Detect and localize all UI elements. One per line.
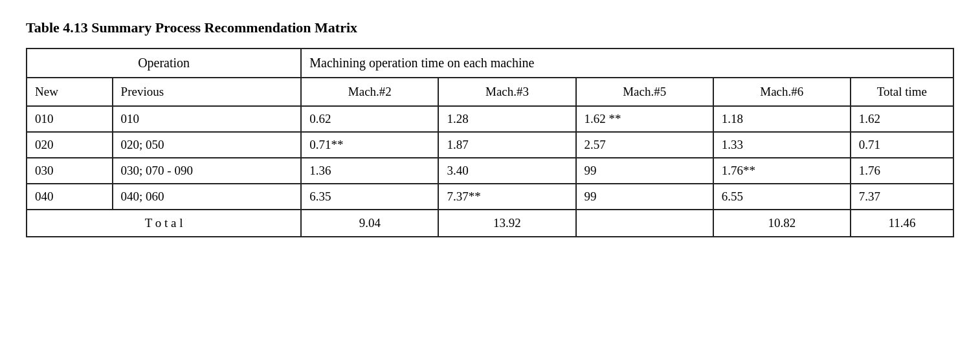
total-cell-mach5 [576, 210, 713, 237]
total-label: T o t a l [27, 210, 301, 237]
cell-total: 7.37 [851, 184, 953, 210]
cell-mach6: 1.33 [713, 132, 851, 158]
cell-new: 010 [27, 106, 113, 132]
cell-total: 1.76 [851, 158, 953, 184]
cell-mach2: 1.36 [301, 158, 438, 184]
cell-previous: 030; 070 - 090 [113, 158, 302, 184]
cell-total: 1.62 [851, 106, 953, 132]
cell-mach5: 2.57 [576, 132, 713, 158]
cell-mach3: 1.87 [438, 132, 575, 158]
cell-mach6: 6.55 [713, 184, 851, 210]
cell-mach5: 99 [576, 158, 713, 184]
table-row: 020020; 0500.71**1.872.571.330.71 [27, 132, 953, 158]
total-cell-mach6: 10.82 [713, 210, 851, 237]
cell-mach2: 6.35 [301, 184, 438, 210]
cell-new: 030 [27, 158, 113, 184]
total-row: T o t a l9.0413.9210.8211.46 [27, 210, 953, 237]
cell-new: 020 [27, 132, 113, 158]
table-row: 030030; 070 - 0901.363.40991.76**1.76 [27, 158, 953, 184]
cell-mach6: 1.76** [713, 158, 851, 184]
sub-header-row: New Previous Mach.#2 Mach.#3 Mach.#5 Mac… [27, 78, 953, 106]
cell-new: 040 [27, 184, 113, 210]
operation-group-header: Operation [27, 49, 301, 78]
total-cell-total: 11.46 [851, 210, 953, 237]
col-header-new: New [27, 78, 113, 106]
cell-previous: 040; 060 [113, 184, 302, 210]
summary-table: Operation Machining operation time on ea… [26, 48, 954, 237]
cell-total: 0.71 [851, 132, 953, 158]
cell-previous: 020; 050 [113, 132, 302, 158]
col-header-previous: Previous [113, 78, 302, 106]
cell-mach5: 1.62 ** [576, 106, 713, 132]
cell-mach3: 7.37** [438, 184, 575, 210]
table-row: 040040; 0606.357.37**996.557.37 [27, 184, 953, 210]
col-header-total: Total time [851, 78, 953, 106]
group-header-row: Operation Machining operation time on ea… [27, 49, 953, 78]
cell-mach6: 1.18 [713, 106, 851, 132]
col-header-mach3: Mach.#3 [438, 78, 575, 106]
cell-mach2: 0.62 [301, 106, 438, 132]
col-header-mach5: Mach.#5 [576, 78, 713, 106]
table-row: 0100100.621.281.62 **1.181.62 [27, 106, 953, 132]
machining-group-header: Machining operation time on each machine [301, 49, 953, 78]
total-cell-mach3: 13.92 [438, 210, 575, 237]
col-header-mach6: Mach.#6 [713, 78, 851, 106]
cell-mach2: 0.71** [301, 132, 438, 158]
col-header-mach2: Mach.#2 [301, 78, 438, 106]
cell-mach3: 1.28 [438, 106, 575, 132]
cell-mach5: 99 [576, 184, 713, 210]
total-cell-mach2: 9.04 [301, 210, 438, 237]
cell-previous: 010 [113, 106, 302, 132]
page-title: Table 4.13 Summary Process Recommendatio… [26, 19, 954, 36]
cell-mach3: 3.40 [438, 158, 575, 184]
